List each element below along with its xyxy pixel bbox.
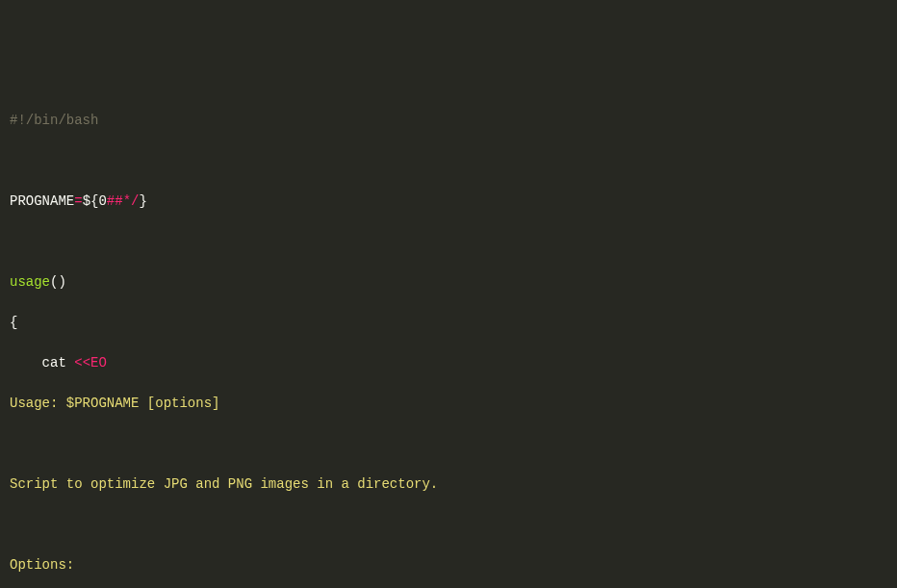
- param-close: }: [139, 193, 146, 209]
- code-line: cat <<EO: [10, 353, 887, 373]
- heredoc-text: Usage: $PROGNAME [options]: [10, 396, 219, 411]
- parens: (): [50, 274, 66, 290]
- equals-op: =: [74, 193, 82, 209]
- code-line: usage(): [10, 272, 887, 293]
- pattern: ##*/: [107, 193, 140, 209]
- brace-open: {: [10, 315, 17, 330]
- code-line: [10, 434, 887, 454]
- param-open: ${: [83, 193, 99, 209]
- code-line: #!/bin/bash: [10, 111, 887, 131]
- shebang-comment: #!/bin/bash: [10, 113, 98, 128]
- code-line: [10, 515, 887, 535]
- code-line: Script to optimize JPG and PNG images in…: [10, 474, 887, 495]
- var-name: PROGNAME: [10, 193, 74, 209]
- cat-cmd: cat: [42, 355, 66, 371]
- code-line: Usage: $PROGNAME [options]: [10, 394, 887, 414]
- code-editor[interactable]: #!/bin/bash PROGNAME=${0##*/} usage() { …: [10, 90, 887, 588]
- space: [66, 355, 74, 371]
- indent: [10, 355, 42, 371]
- code-line: Options:: [10, 555, 887, 575]
- heredoc-tag: EO: [90, 355, 107, 371]
- code-line: PROGNAME=${0##*/}: [10, 192, 887, 212]
- param-zero: 0: [98, 193, 106, 209]
- heredoc-text: Options:: [10, 557, 74, 573]
- code-line: {: [10, 313, 887, 333]
- heredoc-text: Script to optimize JPG and PNG images in…: [10, 476, 438, 492]
- code-line: [10, 151, 887, 171]
- heredoc-op: <<: [74, 355, 90, 371]
- code-line: [10, 232, 887, 252]
- function-name: usage: [10, 274, 50, 290]
